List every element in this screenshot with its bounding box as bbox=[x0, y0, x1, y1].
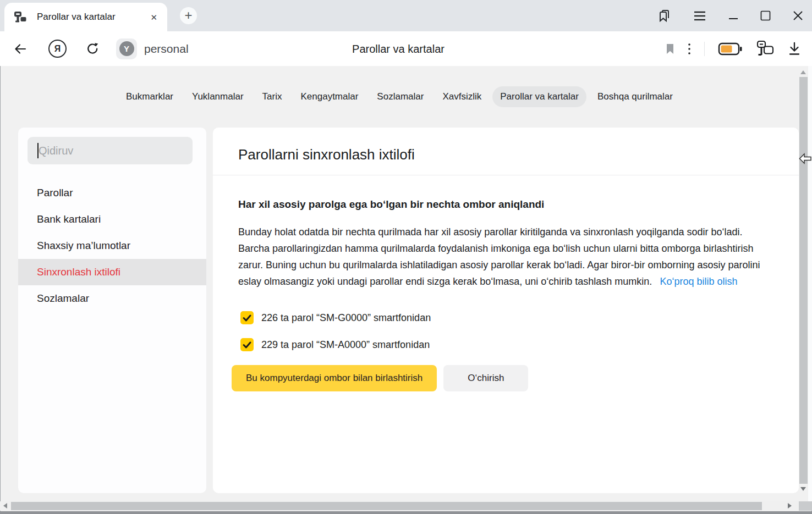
description-paragraph-1: Bunday holat odatda bir nechta qurilmada… bbox=[238, 224, 773, 240]
sidebar-item-sync-conflict[interactable]: Sinxronlash ixtilofi bbox=[18, 259, 206, 285]
conflict-subtitle: Har xil asosiy parolga ega bo‘lgan bir n… bbox=[238, 198, 773, 211]
new-tab-button[interactable]: + bbox=[180, 7, 197, 24]
passwords-sidebar: Parollar Bank kartalari Shaxsiy ma’lumot… bbox=[18, 128, 206, 493]
tab-close-icon[interactable]: ✕ bbox=[147, 11, 161, 24]
toolbar-page-title: Parollar va kartalar bbox=[352, 42, 445, 55]
nav-tab-extensions[interactable]: Kengaytmalar bbox=[293, 86, 366, 107]
vault-label: 229 ta parol “SM-A0000” smartfonidan bbox=[261, 339, 430, 351]
scroll-left-arrow[interactable] bbox=[3, 503, 7, 509]
vault-label: 226 ta parol “SM-G0000” smartfonidan bbox=[261, 312, 431, 324]
nav-tab-downloads[interactable]: Yuklanmalar bbox=[184, 86, 251, 107]
scroll-right-arrow[interactable] bbox=[788, 503, 792, 509]
tab-bar: Parollar va kartalar ✕ + bbox=[0, 0, 812, 31]
nav-tab-security[interactable]: Xavfsizlik bbox=[435, 86, 489, 107]
bookmarks-panel-icon[interactable] bbox=[657, 9, 671, 23]
checkbox-checked-icon[interactable] bbox=[240, 311, 254, 324]
description-paragraph-2: Barcha parollaringizdan hamma qurilmalar… bbox=[238, 240, 773, 290]
minimize-button[interactable] bbox=[728, 10, 738, 21]
address-bar-text[interactable]: personal bbox=[144, 42, 189, 56]
horizontal-scrollbar[interactable] bbox=[0, 501, 799, 511]
sidebar-item-personal-data[interactable]: Shaxsiy ma’lumotlar bbox=[18, 233, 206, 259]
conflict-description: Bunday holat odatda bir nechta qurilmada… bbox=[238, 224, 773, 290]
close-window-button[interactable] bbox=[793, 10, 803, 21]
vault-row: 229 ta parol “SM-A0000” smartfonidan bbox=[240, 338, 799, 352]
vertical-scrollbar[interactable] bbox=[799, 66, 808, 501]
text-caret bbox=[37, 143, 39, 158]
sidebar-item-passwords[interactable]: Parollar bbox=[18, 180, 206, 206]
nav-tab-history[interactable]: Tarix bbox=[255, 86, 290, 107]
divider bbox=[213, 175, 799, 175]
scrollbar-corner bbox=[799, 501, 812, 511]
refresh-button[interactable] bbox=[85, 41, 100, 56]
sidebar-item-settings[interactable]: Sozlamalar bbox=[18, 285, 206, 312]
vertical-scrollbar-thumb[interactable] bbox=[799, 77, 808, 484]
nav-tab-settings[interactable]: Sozlamalar bbox=[369, 86, 431, 107]
maximize-button[interactable] bbox=[760, 10, 771, 21]
bookmark-icon[interactable] bbox=[666, 43, 674, 54]
window-right-margin bbox=[808, 66, 812, 501]
mouse-cursor bbox=[799, 153, 812, 165]
merge-button[interactable]: Bu kompyuterdagi ombor bilan birlashtiri… bbox=[232, 365, 437, 391]
yandex-logo-icon[interactable]: Я bbox=[48, 40, 67, 58]
sidebar-item-bank-cards[interactable]: Bank kartalari bbox=[18, 206, 206, 233]
sidebar-search bbox=[28, 137, 193, 164]
search-input[interactable] bbox=[28, 137, 193, 164]
delete-button[interactable]: O‘chirish bbox=[443, 365, 528, 391]
nav-tab-other-devices[interactable]: Boshqa qurilmalar bbox=[590, 86, 681, 107]
browser-toolbar: Я Y personal Parollar va kartalar bbox=[0, 31, 812, 66]
settings-nav: Bukmarklar Yuklanmalar Tarix Kengaytmala… bbox=[0, 66, 799, 128]
vault-row: 226 ta parol “SM-G0000” smartfonidan bbox=[240, 311, 799, 325]
scroll-up-arrow[interactable] bbox=[800, 70, 806, 74]
sync-conflict-panel: Parollarni sinxronlash ixtilofi Har xil … bbox=[213, 128, 799, 493]
menu-hamburger-icon[interactable] bbox=[693, 10, 706, 21]
scroll-down-arrow[interactable] bbox=[800, 487, 806, 491]
nav-tab-passwords-cards[interactable]: Parollar va kartalar bbox=[492, 86, 586, 107]
more-options-icon[interactable] bbox=[688, 43, 691, 55]
browser-window: Parollar va kartalar ✕ + bbox=[0, 0, 812, 514]
downloads-icon[interactable] bbox=[788, 41, 801, 56]
learn-more-link[interactable]: Ko‘proq bilib olish bbox=[660, 276, 737, 287]
window-bottom-frame bbox=[0, 511, 812, 514]
passwords-key-card-favicon bbox=[13, 10, 28, 24]
profile-badge[interactable]: Y bbox=[116, 38, 137, 59]
back-button[interactable] bbox=[13, 42, 28, 56]
nav-tab-bookmarks[interactable]: Bukmarklar bbox=[118, 86, 181, 107]
passwords-manager-icon[interactable] bbox=[756, 40, 775, 57]
page-title: Parollarni sinxronlash ixtilofi bbox=[213, 128, 799, 165]
checkbox-checked-icon[interactable] bbox=[240, 338, 254, 351]
profile-avatar: Y bbox=[119, 41, 134, 56]
horizontal-scrollbar-thumb[interactable] bbox=[11, 502, 762, 510]
toolbar-divider bbox=[704, 42, 705, 56]
tab-title: Parollar va kartalar bbox=[37, 12, 147, 23]
battery-icon[interactable] bbox=[718, 42, 743, 56]
browser-tab[interactable]: Parollar va kartalar ✕ bbox=[4, 3, 167, 31]
